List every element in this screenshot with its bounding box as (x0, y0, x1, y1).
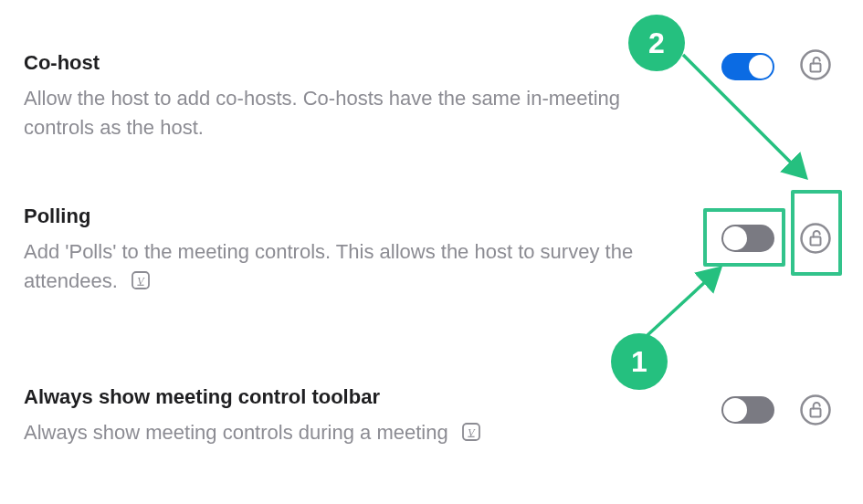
toggle-knob (723, 226, 747, 250)
toggle-toolbar[interactable] (721, 396, 774, 424)
unlock-icon (800, 394, 831, 425)
setting-title: Polling (24, 205, 681, 228)
setting-title: Always show meeting control toolbar (24, 385, 681, 409)
setting-description: Add 'Polls' to the meeting controls. Thi… (24, 237, 681, 297)
lock-button-toolbar[interactable] (800, 394, 831, 425)
svg-rect-11 (811, 409, 821, 417)
toggle-knob (749, 55, 773, 79)
unlock-icon (800, 223, 831, 254)
svg-point-5 (802, 225, 830, 253)
toggle-knob (723, 398, 747, 422)
setting-description-text: Add 'Polls' to the meeting controls. Thi… (24, 240, 633, 292)
info-icon[interactable]: V (461, 421, 481, 450)
settings-panel: Co-host Allow the host to add co-hosts. … (0, 0, 863, 504)
setting-description: Always show meeting controls during a me… (24, 418, 681, 448)
setting-title: Co-host (24, 51, 681, 75)
toggle-polling[interactable] (721, 225, 774, 252)
setting-description-text: Always show meeting controls during a me… (24, 421, 448, 444)
svg-rect-1 (811, 64, 821, 72)
svg-rect-6 (811, 237, 821, 246)
lock-button-polling[interactable] (800, 223, 831, 254)
lock-button-cohost[interactable] (800, 49, 831, 80)
svg-point-0 (802, 51, 830, 79)
info-icon[interactable]: V (131, 269, 151, 299)
setting-description: Allow the host to add co-hosts. Co-hosts… (24, 84, 681, 142)
annotation-marker-1: 1 (611, 333, 668, 390)
unlock-icon (800, 49, 831, 80)
toggle-cohost[interactable] (721, 53, 774, 80)
svg-point-10 (802, 396, 830, 425)
